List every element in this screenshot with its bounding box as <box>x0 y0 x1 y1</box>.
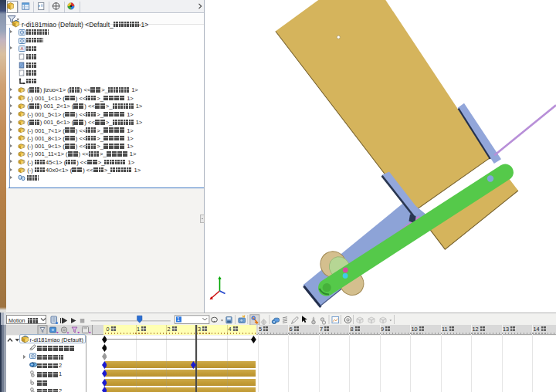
svg-text:1: 1 <box>177 316 180 322</box>
